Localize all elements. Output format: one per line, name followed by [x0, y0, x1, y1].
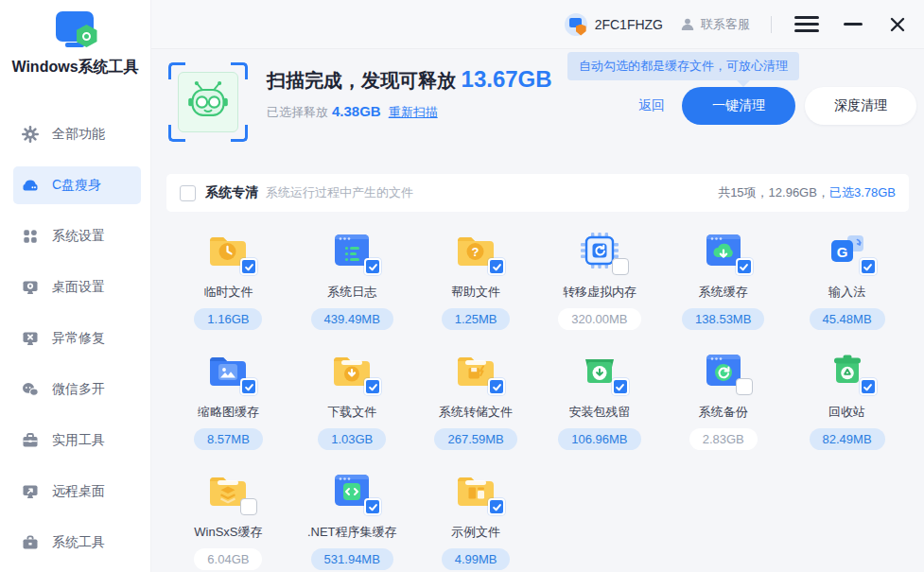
contact-support-button[interactable]: 联系客服 [680, 16, 750, 33]
item-checkbox[interactable] [736, 258, 753, 275]
cleaner-item[interactable]: 临时文件 1.16GB [166, 230, 290, 330]
cleaner-item[interactable]: 示例文件 4.99MB [414, 470, 538, 570]
monitor-gear-icon [22, 279, 39, 296]
sidebar-item-label: 实用工具 [52, 432, 105, 449]
rescan-link[interactable]: 重新扫描 [389, 105, 438, 119]
sidebar-item-label: C盘瘦身 [52, 177, 101, 194]
cleaner-item-size-badge: 1.16GB [194, 308, 262, 330]
sidebar-item-wechat-multi[interactable]: 微信多开 [13, 371, 141, 408]
one-click-clean-button[interactable]: 一键清理 [682, 87, 795, 125]
item-checkbox[interactable] [240, 258, 257, 275]
close-button[interactable] [889, 16, 906, 33]
cleaner-item[interactable]: 下载文件 1.03GB [290, 350, 414, 450]
gear-icon [22, 126, 39, 143]
item-checkbox[interactable] [612, 378, 629, 395]
cleaner-item-label: .NET程序集缓存 [307, 524, 397, 541]
main-panel: 2FC1FHZG 联系客服 [151, 0, 924, 572]
cleaner-item-label: 安装包残留 [568, 404, 630, 421]
section-title: 系统专清 [205, 184, 258, 201]
scan-header: 扫描完成，发现可释放 13.67GB 已选择释放4.38GB重新扫描 自动勾选的… [151, 49, 924, 161]
item-checkbox[interactable] [364, 378, 381, 395]
app-window: Windows系统工具 全部功能 C盘瘦身 系统设置 桌面设置 异常修复 微信多… [0, 0, 924, 572]
cleaner-item-size-badge: 2.83GB [689, 428, 758, 450]
cleaner-item[interactable]: 缩略图缓存 8.57MB [166, 350, 290, 450]
cleaner-item-label: 缩略图缓存 [198, 404, 259, 421]
cleaner-item-size-badge: 4.99MB [442, 548, 511, 570]
cleaner-item-size-badge: 1.25MB [442, 308, 511, 330]
cleaner-item-label: 示例文件 [451, 524, 500, 541]
cleaner-item[interactable]: .NET程序集缓存 531.94MB [290, 470, 414, 570]
minimize-button[interactable] [844, 23, 863, 26]
scan-result-title: 扫描完成，发现可释放 13.67GB [267, 66, 552, 94]
cleaner-item-label: 回收站 [828, 404, 865, 421]
sidebar-nav: 全部功能 C盘瘦身 系统设置 桌面设置 异常修复 微信多开 实用工具 远程桌面 … [0, 115, 150, 562]
cleaner-item-size-badge: 138.53MB [682, 308, 764, 330]
user-id-code: 2FC1FHZG [595, 17, 663, 32]
cleaner-item-size-badge: 8.57MB [194, 428, 263, 450]
cleaner-item[interactable]: 安装包残留 106.96MB [537, 350, 661, 450]
cleaner-item[interactable]: G 输入法 45.48MB [785, 230, 909, 330]
cleaner-item-size-badge: 267.59MB [434, 428, 516, 450]
item-checkbox[interactable] [488, 498, 505, 515]
menu-button[interactable] [794, 16, 819, 32]
cleaner-item-label: 系统备份 [699, 404, 748, 421]
deep-clean-button[interactable]: 深度清理 [805, 87, 916, 125]
item-checkbox[interactable] [488, 258, 505, 275]
sidebar-item-desktop-settings[interactable]: 桌面设置 [13, 269, 141, 306]
item-checkbox[interactable] [488, 378, 505, 395]
sidebar-item-utilities[interactable]: 实用工具 [13, 422, 141, 459]
back-link[interactable]: 返回 [638, 97, 665, 114]
cleaner-item[interactable]: 系统缓存 138.53MB [661, 230, 785, 330]
app-title: Windows系统工具 [0, 58, 150, 78]
cleaner-item-label: 系统转储文件 [439, 404, 513, 421]
cleaner-item-label: 系统缓存 [699, 284, 748, 301]
item-checkbox[interactable] [860, 378, 877, 395]
briefcase-icon [22, 534, 39, 551]
cleaner-item[interactable]: 转移虚拟内存 320.00MB [537, 230, 661, 330]
svg-text:?: ? [472, 245, 479, 259]
cleaner-item[interactable]: WinSxS缓存 6.04GB [166, 470, 290, 570]
sidebar-item-label: 远程桌面 [52, 483, 105, 500]
svg-text:G: G [836, 244, 847, 260]
item-checkbox[interactable] [240, 498, 257, 515]
sidebar-item-remote-desktop[interactable]: 远程桌面 [13, 473, 141, 511]
device-shield-icon [565, 13, 587, 36]
header-actions: 返回 一键清理 深度清理 [638, 87, 916, 125]
cleaner-item[interactable]: 系统转储文件 267.59MB [414, 350, 538, 450]
sidebar-item-label: 桌面设置 [52, 279, 105, 296]
sidebar-item-all-features[interactable]: 全部功能 [13, 115, 141, 153]
cleaner-item[interactable]: 回收站 82.49MB [785, 350, 909, 450]
sidebar-item-system-settings[interactable]: 系统设置 [13, 217, 141, 255]
cleaner-item[interactable]: 系统日志 439.49MB [290, 230, 414, 330]
sidebar: Windows系统工具 全部功能 C盘瘦身 系统设置 桌面设置 异常修复 微信多… [0, 0, 151, 572]
person-icon [680, 17, 695, 32]
cleaner-item-size-badge: 82.49MB [810, 428, 885, 450]
sidebar-item-error-repair[interactable]: 异常修复 [13, 320, 141, 357]
auto-select-tooltip: 自动勾选的都是缓存文件，可放心清理 [567, 52, 799, 80]
contact-support-label: 联系客服 [701, 16, 750, 33]
app-logo [0, 9, 150, 49]
sidebar-item-label: 系统设置 [52, 228, 105, 245]
cleaner-grid: 临时文件 1.16GB 系统日志 439.49MB ? 帮助文件 1.25MB [151, 212, 924, 570]
item-checkbox[interactable] [860, 258, 877, 275]
sidebar-item-c-drive-slim[interactable]: C盘瘦身 [13, 166, 141, 204]
toolbox-icon [22, 432, 39, 449]
cleaner-item[interactable]: 系统备份 2.83GB [661, 350, 785, 450]
cleaner-item[interactable]: ? 帮助文件 1.25MB [414, 230, 538, 330]
user-id-chip[interactable]: 2FC1FHZG [565, 13, 663, 36]
selected-size: 4.38GB [332, 103, 381, 119]
cleaner-item-label: 临时文件 [203, 284, 253, 301]
sidebar-item-system-tools[interactable]: 系统工具 [13, 524, 141, 562]
item-checkbox[interactable] [612, 258, 629, 275]
scan-robot-icon [168, 62, 248, 142]
cleaner-item-size-badge: 531.94MB [311, 548, 393, 570]
scan-selected-line: 已选择释放4.38GB重新扫描 [267, 103, 552, 121]
cleaner-item-label: 帮助文件 [451, 284, 500, 301]
item-checkbox[interactable] [364, 498, 381, 515]
item-checkbox[interactable] [364, 258, 381, 275]
item-checkbox[interactable] [240, 378, 257, 395]
releasable-size: 13.67GB [462, 66, 552, 92]
item-checkbox[interactable] [736, 378, 753, 395]
select-all-checkbox[interactable] [180, 185, 196, 201]
close-icon [889, 16, 906, 33]
